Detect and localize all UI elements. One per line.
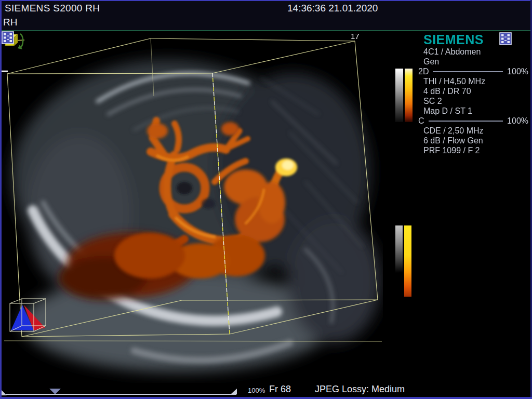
bottom-status-bar: 100% Fr 68 JPEG Lossy: Medium [0,383,532,397]
cine-scrollbar[interactable] [6,394,236,395]
setting-line: PRF 1099 / F 2 [418,145,528,155]
screen-border-bottom [0,397,532,399]
frame-number: 17 [351,32,360,41]
zoom-level: 100% [248,387,265,394]
clip-film-icon[interactable] [2,31,14,44]
preset-label: Gen [418,57,528,66]
scan-area: 17 [2,31,383,383]
ultrasound-screen: SIEMENS S2000 RH 14:36:36 21.01.2020 RH [0,0,532,399]
ultrasound-render [2,31,383,383]
setting-line: Map D / ST 1 [418,106,528,116]
siemens-logo: SIEMENS [418,32,528,47]
b-mode-label: 2D [418,66,429,76]
doppler-map-bar [405,69,413,122]
cine-end-icon [231,389,237,394]
compression-status: JPEG Lossy: Medium [315,384,405,395]
setting-line: THI / H4,50 MHz [418,76,528,86]
grayscale-map-bar [395,69,403,122]
probe-label: 4C1 / Abdomen [418,47,528,57]
title-bar: SIEMENS S2000 RH 14:36:36 21.01.2020 RH [2,1,530,30]
color-mode-gain: 100% [507,116,528,126]
b-mode-gain-row: 2D 100% [418,66,528,76]
cine-position-marker[interactable] [49,389,61,394]
screen-border-top [0,0,532,1]
setting-line: CDE / 2,50 MHz [418,126,528,136]
setting-line: 4 dB / DR 70 [418,86,528,96]
datetime: 14:36:36 21.01.2020 [287,3,378,14]
render-color-bar [404,225,411,297]
screen-border-left [0,0,2,399]
frame-counter: Fr 68 [269,384,291,395]
system-title: SIEMENS S2000 RH [5,3,100,14]
color-mode-label: C [418,116,424,126]
setting-line: SC 2 [418,96,528,106]
render-grayscale-bar [395,225,403,273]
system-subtitle: RH [3,17,17,28]
gain-rule [433,71,503,72]
b-mode-gain: 100% [507,66,528,76]
gain-rule [429,121,503,122]
imaging-parameters-panel: SIEMENS 4C1 / Abdomen Gen 2D 100% THI / … [383,31,530,383]
color-mode-gain-row: C 100% [418,116,528,126]
setting-line: 6 dB / Flow Gen [418,136,528,145]
